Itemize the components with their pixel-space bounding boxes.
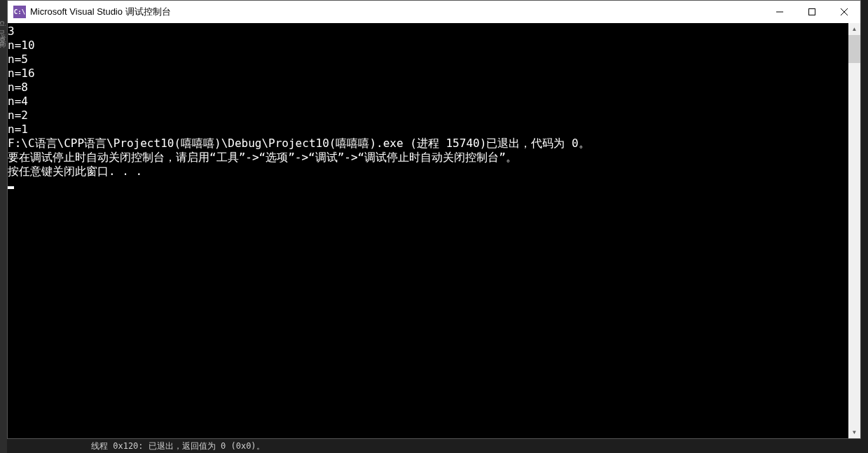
svg-rect-1: [809, 9, 815, 15]
console-line: n=8: [8, 81, 848, 95]
console-line: n=5: [8, 53, 848, 67]
console-line: n=4: [8, 95, 848, 109]
console-line: n=2: [8, 109, 848, 123]
window-controls: [764, 1, 860, 23]
cursor-icon: [8, 186, 14, 189]
console-line: n=10: [8, 39, 848, 53]
scrollbar-thumb[interactable]: [848, 35, 860, 63]
console-line: 3: [8, 25, 848, 39]
maximize-icon: [808, 8, 815, 15]
console-window: C:\ Microsoft Visual Studio 调试控制台 3n=10n…: [7, 0, 861, 439]
maximize-button[interactable]: [796, 1, 828, 23]
vertical-scrollbar[interactable]: ▲ ▼: [848, 23, 860, 438]
console-cursor-line: [8, 179, 848, 193]
close-button[interactable]: [828, 1, 860, 23]
console-line: n=16: [8, 67, 848, 81]
titlebar[interactable]: C:\ Microsoft Visual Studio 调试控制台: [8, 1, 860, 23]
console-output[interactable]: 3n=10n=5n=16n=8n=4n=2n=1F:\C语言\CPP语言\Pro…: [8, 23, 848, 438]
console-line: n=1: [8, 123, 848, 137]
console-line: F:\C语言\CPP语言\Project10(嘻嘻嘻)\Debug\Projec…: [8, 137, 848, 151]
app-icon: C:\: [13, 6, 26, 18]
window-title: Microsoft Visual Studio 调试控制台: [30, 6, 764, 18]
editor-gutter-fragment: ci 著 n 师 on: [0, 0, 7, 453]
scroll-down-arrow[interactable]: ▼: [848, 426, 860, 438]
console-line: 按任意键关闭此窗口. . .: [8, 165, 848, 179]
close-icon: [841, 8, 848, 15]
ide-output-fragment: 线程 0x120: 已退出，返回值为 0 (0x0)。: [7, 439, 861, 453]
console-area: 3n=10n=5n=16n=8n=4n=2n=1F:\C语言\CPP语言\Pro…: [8, 23, 860, 438]
minimize-icon: [776, 8, 783, 15]
console-line: 要在调试停止时自动关闭控制台，请启用“工具”->“选项”->“调试”->“调试停…: [8, 151, 848, 165]
scroll-up-arrow[interactable]: ▲: [848, 23, 860, 35]
minimize-button[interactable]: [764, 1, 796, 23]
